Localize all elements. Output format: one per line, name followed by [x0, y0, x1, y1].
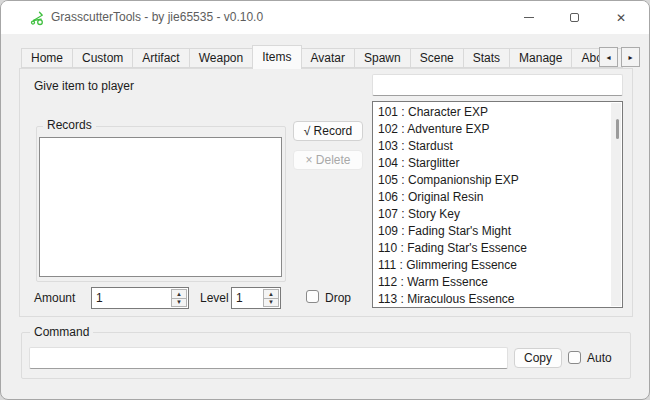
level-stepper[interactable]: 1 ▲ ▼ [231, 287, 281, 309]
list-item[interactable]: 105 : Companionship EXP [373, 172, 610, 189]
list-item[interactable]: 101 : Character EXP [373, 104, 610, 121]
tab-spawn[interactable]: Spawn [354, 48, 411, 68]
spin-up-icon[interactable]: ▲ [264, 290, 278, 299]
close-button[interactable]: ✕ [606, 1, 636, 34]
tab-scroll-right-button[interactable]: ▸ [621, 47, 640, 67]
command-group-label: Command [30, 326, 93, 339]
records-group-label: Records [43, 119, 96, 132]
command-input[interactable] [29, 347, 508, 369]
spin-down-icon[interactable]: ▼ [172, 299, 186, 307]
tab-items[interactable]: Items [252, 45, 301, 69]
record-button[interactable]: √ Record [293, 121, 363, 141]
tab-artifact[interactable]: Artifact [132, 48, 189, 68]
tab-home[interactable]: Home [21, 48, 73, 68]
list-item[interactable]: 106 : Original Resin [373, 189, 610, 206]
app-window: GrasscutterTools - by jie65535 - v0.10.0… [0, 0, 650, 400]
auto-label: Auto [587, 351, 612, 365]
list-item[interactable]: 109 : Fading Star's Might [373, 223, 610, 240]
scroll-right-icon: ▸ [628, 53, 632, 62]
level-label: Level [200, 291, 229, 305]
list-item[interactable]: 111 : Glimmering Essence [373, 257, 610, 274]
tab-stats[interactable]: Stats [463, 48, 510, 68]
spin-down-icon[interactable]: ▼ [264, 299, 278, 307]
amount-value: 1 [96, 288, 103, 308]
level-value: 1 [236, 288, 243, 308]
tab-weapon[interactable]: Weapon [189, 48, 253, 68]
item-list-rows: 101 : Character EXP102 : Adventure EXP10… [373, 104, 610, 308]
amount-label: Amount [34, 291, 75, 305]
maximize-button[interactable] [559, 1, 589, 34]
amount-spin-buttons[interactable]: ▲ ▼ [171, 289, 187, 307]
item-list[interactable]: 101 : Character EXP102 : Adventure EXP10… [372, 101, 623, 308]
list-item[interactable]: 107 : Story Key [373, 206, 610, 223]
minimize-icon [524, 17, 534, 18]
level-spin-buttons[interactable]: ▲ ▼ [263, 289, 279, 307]
tab-custom[interactable]: Custom [72, 48, 133, 68]
close-icon: ✕ [616, 12, 626, 24]
auto-checkbox[interactable] [568, 351, 581, 364]
list-item[interactable]: 103 : Stardust [373, 138, 610, 155]
list-item[interactable]: 113 : Miraculous Essence [373, 291, 610, 308]
tab-strip: HomeCustomArtifactWeaponItemsAvatarSpawn… [21, 45, 622, 69]
scrollbar-thumb[interactable] [616, 119, 619, 139]
list-item[interactable]: 112 : Warm Essence [373, 274, 610, 291]
tab-scene[interactable]: Scene [410, 48, 464, 68]
copy-button[interactable]: Copy [514, 348, 562, 368]
drop-checkbox[interactable] [306, 290, 319, 303]
app-icon [29, 10, 45, 26]
amount-stepper[interactable]: 1 ▲ ▼ [91, 287, 189, 309]
list-item[interactable]: 104 : Starglitter [373, 155, 610, 172]
scroll-left-icon: ◂ [606, 53, 610, 62]
scrollbar-track[interactable] [611, 103, 621, 306]
title-bar: GrasscutterTools - by jie65535 - v0.10.0… [1, 1, 649, 34]
tab-manage[interactable]: Manage [509, 48, 572, 68]
delete-button[interactable]: × Delete [293, 150, 363, 170]
maximize-icon [570, 13, 579, 22]
window-title: GrasscutterTools - by jie65535 - v0.10.0 [51, 1, 263, 34]
give-item-label: Give item to player [34, 79, 134, 93]
records-listbox[interactable] [39, 137, 282, 277]
drop-label: Drop [325, 291, 351, 305]
list-item[interactable]: 110 : Fading Star's Essence [373, 240, 610, 257]
item-filter-input[interactable] [372, 74, 623, 96]
list-item[interactable]: 102 : Adventure EXP [373, 121, 610, 138]
spin-up-icon[interactable]: ▲ [172, 290, 186, 299]
tab-scroll-left-button[interactable]: ◂ [599, 47, 618, 67]
tab-avatar[interactable]: Avatar [301, 48, 355, 68]
minimize-button[interactable] [514, 1, 544, 34]
